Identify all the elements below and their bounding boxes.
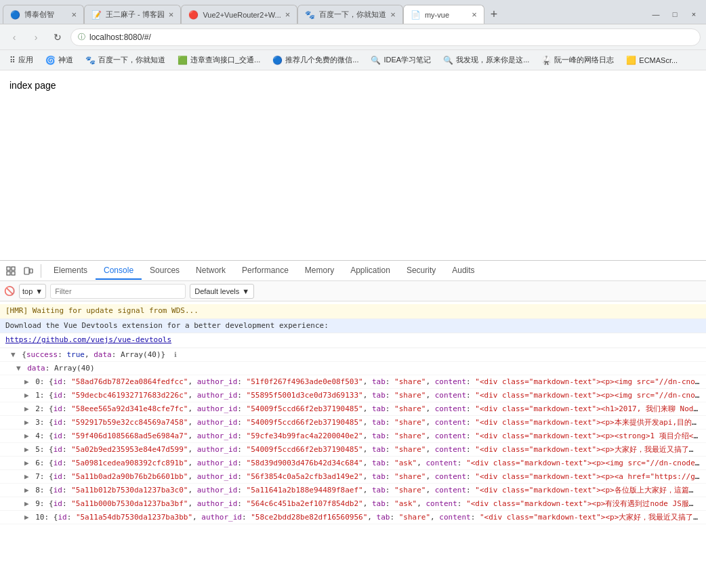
json-row-8[interactable]: ▶ 8: {id: "5a11b012b7530da1237ba3c0", au… [0, 484, 706, 497]
svg-rect-4 [24, 268, 29, 274]
row-6-arrow: ▶ [24, 459, 29, 467]
json-row-0[interactable]: ▶ 0: {id: "58ad76db7872ea0864fedfcc", au… [0, 375, 706, 389]
bookmark-idea-icon: 🔍 [371, 56, 381, 65]
bookmark-ruanyifeng-label: 阮一峰的网络日志 [554, 55, 614, 65]
row-0-arrow: ▶ [24, 377, 29, 386]
json-row-9[interactable]: ▶ 9: {id: "5a11b000b7530da1237ba3bf", au… [0, 497, 706, 511]
forward-button[interactable]: › [27, 28, 45, 46]
json-root-line[interactable]: ▼ {success: true, data: Array(40)} ℹ [0, 348, 706, 362]
json-row-10[interactable]: ▶ 10: {id: "5a11a54db7530da1237ba3bb", a… [0, 511, 706, 524]
console-clear-button[interactable]: 🚫 [4, 286, 15, 296]
console-filter-input[interactable] [50, 284, 186, 299]
svg-rect-1 [12, 267, 15, 270]
bookmark-baidu[interactable]: 🐾 百度一下，你就知道 [81, 54, 169, 66]
tab-close-vue[interactable]: × [285, 9, 291, 20]
tab-bar: 🔵 博泰创智 × 📝 王二麻子 - 博客园 × 🔴 Vue2+VueRouter… [0, 0, 706, 24]
tab-close-my-vue[interactable]: × [472, 9, 477, 20]
browser-tab-bote[interactable]: 🔵 博泰创智 × [3, 5, 84, 24]
bookmark-wechat-icon: 🔵 [272, 56, 283, 65]
json-info-icon[interactable]: ℹ [174, 351, 177, 358]
tab-label-vue: Vue2+VueRouter2+W... [203, 11, 281, 19]
maximize-button[interactable]: □ [665, 5, 684, 24]
new-tab-button[interactable]: + [484, 5, 503, 24]
bookmark-apps[interactable]: ⠿ 应用 [5, 54, 37, 66]
bookmark-ruanyifeng-icon: 🥋 [541, 56, 552, 65]
svg-rect-0 [7, 267, 10, 270]
browser-tab-baidu[interactable]: 🐾 百度一下，你就知道 × [297, 5, 403, 24]
svg-rect-5 [30, 269, 33, 273]
bookmark-ecma[interactable]: 🟨 ECMAScr... [622, 54, 682, 66]
bookmark-traffic-label: 违章查询接口_交通... [190, 55, 260, 65]
tab-close-mahjong[interactable]: × [169, 9, 174, 20]
bookmark-discover-icon: 🔍 [443, 56, 453, 65]
tab-label-bote: 博泰创智 [24, 9, 67, 20]
tab-icon-baidu: 🐾 [305, 10, 315, 20]
devtools-inspect-button[interactable] [3, 263, 19, 279]
json-row-4[interactable]: ▶ 4: {id: "59f406d1085668ad5e6984a7", au… [0, 429, 706, 443]
bookmark-wechat[interactable]: 🔵 推荐几个免费的微信... [268, 54, 362, 66]
json-root-text: {success: true, data: Array(40)} [22, 350, 165, 359]
bookmark-ecma-label: ECMAScr... [639, 56, 678, 64]
json-row-5[interactable]: ▶ 5: {id: "5a02b9ed235953e84e47d599", au… [0, 443, 706, 457]
devtools-tab-network[interactable]: Network [188, 262, 234, 280]
vue-devtools-link[interactable]: https://github.com/vuejs/vue-devtools [5, 335, 171, 344]
browser-tab-vue[interactable]: 🔴 Vue2+VueRouter2+W... × [181, 5, 297, 24]
devtools-tab-security[interactable]: Security [398, 262, 444, 280]
tab-icon-my-vue: 📄 [411, 10, 421, 20]
devtools-tab-elements[interactable]: Elements [45, 262, 96, 280]
back-button[interactable]: ‹ [5, 28, 23, 46]
default-levels-dropdown-icon: ▼ [242, 287, 249, 295]
reload-button[interactable]: ↻ [49, 28, 66, 46]
browser-tab-my-vue[interactable]: 📄 my-vue × [403, 5, 484, 24]
row-8-arrow: ▶ [24, 486, 29, 495]
row-3-arrow: ▶ [24, 418, 29, 427]
bookmark-discover[interactable]: 🔍 我发现，原来你是这... [439, 54, 533, 66]
devtools-device-button[interactable] [20, 263, 37, 279]
tab-label-baidu: 百度一下，你就知道 [319, 9, 386, 20]
tab-close-baidu[interactable]: × [390, 9, 396, 20]
row-10-arrow: ▶ [24, 513, 29, 522]
lock-icon: ⓘ [78, 32, 85, 42]
json-row-7[interactable]: ▶ 7: {id: "5a11b0ad2a90b76b2b6601bb", au… [0, 470, 706, 484]
devtools-tab-sources[interactable]: Sources [142, 262, 188, 280]
json-row-6[interactable]: ▶ 6: {id: "5a0981cedea908392cfc891b", au… [0, 457, 706, 470]
devtools-tab-application[interactable]: Application [342, 262, 398, 280]
tab-close-bote[interactable]: × [71, 9, 77, 20]
tab-icon-vue: 🔴 [188, 10, 199, 20]
page-main-text: index page [9, 80, 56, 91]
row-5-arrow: ▶ [24, 445, 29, 454]
context-value: top [22, 287, 33, 295]
bookmark-idea-label: IDEA学习笔记 [383, 55, 431, 65]
bookmark-shendao[interactable]: 🌀 神道 [41, 54, 77, 66]
bookmark-traffic[interactable]: 🟩 违章查询接口_交通... [173, 54, 264, 66]
json-data-line[interactable]: ▼ data: Array(40) [0, 362, 706, 375]
context-dropdown-icon: ▼ [35, 287, 43, 295]
browser-window: 🔵 博泰创智 × 📝 王二麻子 - 博客园 × 🔴 Vue2+VueRouter… [0, 0, 706, 524]
devtools-text: Download the Vue Devtools extension for … [5, 321, 329, 330]
devtools-tab-performance[interactable]: Performance [234, 262, 297, 280]
json-data-arrow: ▼ [16, 364, 21, 373]
devtools-tab-audits[interactable]: Audits [444, 262, 482, 280]
console-toolbar: 🚫 top ▼ Default levels ▼ [0, 281, 706, 301]
minimize-button[interactable]: — [646, 5, 665, 24]
row-4-arrow: ▶ [24, 432, 29, 440]
bookmark-idea[interactable]: 🔍 IDEA学习笔记 [367, 54, 435, 66]
bookmark-baidu-icon: 🐾 [85, 56, 96, 65]
tab-label-mahjong: 王二麻子 - 博客园 [106, 9, 165, 20]
bookmark-traffic-icon: 🟩 [178, 56, 188, 65]
close-window-button[interactable]: × [684, 5, 703, 24]
console-context-selector[interactable]: top ▼ [19, 284, 46, 299]
json-row-3[interactable]: ▶ 3: {id: "592917b59e32cc84569a7458", au… [0, 416, 706, 429]
devtools-tabs: Elements Console Sources Network Perform… [45, 262, 483, 280]
json-tree: ▼ {success: true, data: Array(40)} ℹ ▼ d… [0, 348, 706, 525]
row-7-arrow: ▶ [24, 472, 29, 481]
bookmark-ruanyifeng[interactable]: 🥋 阮一峰的网络日志 [537, 54, 618, 66]
json-row-1[interactable]: ▶ 1: {id: "59decbc461932717683d226c", au… [0, 389, 706, 402]
default-levels-button[interactable]: Default levels ▼ [190, 284, 254, 299]
url-input[interactable]: ⓘ localhost:8080/#/ [70, 28, 701, 46]
json-row-2[interactable]: ▶ 2: {id: "58eee565a92d341e48cfe7fc", au… [0, 402, 706, 416]
devtools-tab-console[interactable]: Console [96, 262, 142, 280]
browser-tab-mahjong[interactable]: 📝 王二麻子 - 博客园 × [84, 5, 181, 24]
bookmark-shendao-label: 神道 [58, 55, 73, 65]
devtools-tab-memory[interactable]: Memory [297, 262, 342, 280]
